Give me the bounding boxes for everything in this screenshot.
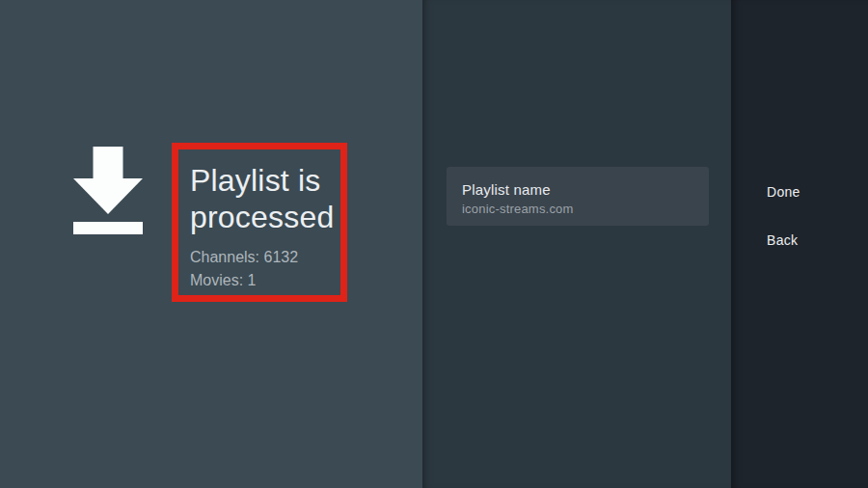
actions-panel: Done Back [731, 0, 868, 488]
status-counts: Channels: 6132 Movies: 1 [190, 246, 298, 292]
status-panel: Playlist is processed Channels: 6132 Mov… [0, 0, 422, 488]
download-icon [73, 147, 143, 234]
done-button[interactable]: Done [767, 184, 800, 200]
playlist-name-field[interactable]: Playlist name iconic-streams.com [447, 167, 709, 226]
back-button[interactable]: Back [767, 232, 798, 248]
playlist-processing-screen: Playlist is processed Channels: 6132 Mov… [0, 0, 868, 488]
channels-count: Channels: 6132 [190, 246, 298, 269]
playlist-name-label: Playlist name [462, 180, 693, 199]
playlist-panel: Playlist name iconic-streams.com [422, 0, 731, 488]
playlist-name-value: iconic-streams.com [462, 201, 693, 217]
movies-count: Movies: 1 [190, 269, 298, 292]
status-title: Playlist is processed [190, 162, 356, 235]
